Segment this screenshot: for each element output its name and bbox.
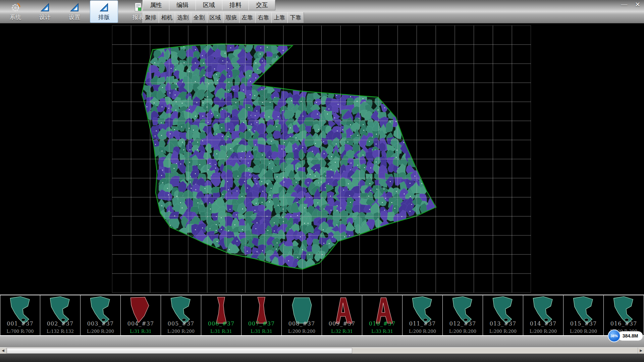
mode-report-label: 报表 xyxy=(132,13,144,21)
thumbnail-001_#37[interactable]: 001_#37 L:700 R:700 xyxy=(0,295,40,335)
piece-id-label: 013_#37 xyxy=(483,320,523,327)
thumbnail-010_#37[interactable]: 010_#37 L:33 R:31 xyxy=(362,295,402,335)
thumbnail-011_#37[interactable]: 011_#37 L:200 R:200 xyxy=(402,295,443,335)
tab-interaction[interactable]: 交互 xyxy=(249,0,275,10)
scroll-right-arrow[interactable]: ▶ xyxy=(638,348,644,354)
piece-id-label: 005_#37 xyxy=(161,320,201,327)
mode-layout-button[interactable]: 排版 xyxy=(90,0,118,23)
tab-region[interactable]: 区域 xyxy=(196,0,222,10)
set-square-icon xyxy=(39,2,51,13)
piece-lr-label: L:200 R:200 xyxy=(80,329,120,334)
piece-id-label: 016_#37 xyxy=(604,320,644,327)
memory-usage-badge: 384.8M xyxy=(618,331,643,341)
piece-id-label: 009_#37 xyxy=(322,320,362,327)
tool-buttons: 聚排 相机 选割 全割 区域 瑕疵 左靠 右靠 上靠 下靠 xyxy=(143,12,304,23)
close-button[interactable]: ✕ xyxy=(634,1,641,8)
piece-lr-label: L:200 R:200 xyxy=(282,329,322,334)
horizontal-scrollbar[interactable]: ◀ ▶ xyxy=(0,347,644,354)
piece-lr-label: L:132 R:132 xyxy=(40,329,80,334)
piece-id-label: 008_#37 xyxy=(282,320,322,327)
piece-id-label: 014_#37 xyxy=(523,320,563,327)
thumbnail-007_#37[interactable]: 007_#37 L:31 R:31 xyxy=(241,295,282,335)
tool-region[interactable]: 区域 xyxy=(207,12,223,23)
thumbnail-002_#37[interactable]: 002_#37 L:132 R:132 xyxy=(40,295,80,335)
piece-lr-label: L:200 R:200 xyxy=(161,329,201,334)
bottom-gray-band xyxy=(0,336,644,347)
tab-nesting[interactable]: 排料 xyxy=(222,0,249,10)
thumbnail-strip: 001_#37 L:700 R:700 002_#37 L:132 R:132 … xyxy=(0,295,644,336)
minimize-button[interactable]: — xyxy=(621,1,628,8)
thumbnail-003_#37[interactable]: 003_#37 L:200 R:200 xyxy=(80,295,121,335)
tab-properties[interactable]: 属性 xyxy=(143,0,169,10)
window-controls: — ✕ xyxy=(621,1,641,8)
menu-tabs: 属性 编辑 区域 排料 交互 xyxy=(143,0,275,10)
tab-edit[interactable]: 编辑 xyxy=(169,0,196,10)
piece-id-label: 012_#37 xyxy=(443,320,483,327)
piece-lr-label: L:33 R:31 xyxy=(362,329,402,334)
toolbar: 系统 设计 设置 xyxy=(0,0,644,23)
piece-id-label: 015_#37 xyxy=(564,320,603,327)
tool-camera[interactable]: 相机 xyxy=(159,12,175,23)
piece-lr-label: L:200 R:200 xyxy=(483,329,523,334)
tool-defect[interactable]: 瑕疵 xyxy=(223,12,239,23)
thumbnail-014_#37[interactable]: 014_#37 L:200 R:200 xyxy=(523,295,564,335)
app-mode-buttons: 系统 设计 设置 xyxy=(1,0,152,23)
mode-design-label: 设计 xyxy=(39,13,51,21)
thumbnail-005_#37[interactable]: 005_#37 L:200 R:200 xyxy=(161,295,201,335)
mode-design-button[interactable]: 设计 xyxy=(31,0,59,23)
piece-lr-label: L:200 R:200 xyxy=(523,329,563,334)
tool-align-right[interactable]: 右靠 xyxy=(255,12,272,23)
piece-id-label: 004_#37 xyxy=(121,320,161,327)
thumbnail-016_#37[interactable]: 016_#37 L:200 R:200 xyxy=(604,295,644,335)
tool-select-cut[interactable]: 选割 xyxy=(175,12,191,23)
gear-icon xyxy=(10,2,21,13)
piece-lr-label: L:31 R:31 xyxy=(201,329,241,334)
piece-lr-label: L:31 R:31 xyxy=(121,329,161,334)
mode-layout-label: 排版 xyxy=(98,13,110,21)
piece-id-label: 003_#37 xyxy=(80,320,120,327)
piece-lr-label: L:200 R:200 xyxy=(402,329,442,334)
report-document-icon xyxy=(132,2,144,13)
thumbnail-015_#37[interactable]: 015_#37 L:200 R:200 xyxy=(564,295,604,335)
mode-settings-label: 设置 xyxy=(69,13,80,21)
set-square-icon xyxy=(69,2,80,13)
scroll-left-arrow[interactable]: ◀ xyxy=(0,348,6,354)
tool-align-bottom[interactable]: 下靠 xyxy=(287,12,304,23)
tool-cut-all[interactable]: 全割 xyxy=(191,12,207,23)
thumbnail-006_#37[interactable]: 006_#37 L:31 R:31 xyxy=(201,295,241,335)
thumbnail-012_#37[interactable]: 012_#37 L:200 R:200 xyxy=(443,295,483,335)
piece-id-label: 002_#37 xyxy=(40,320,80,327)
piece-id-label: 006_#37 xyxy=(201,320,241,327)
progress-badge: 38% xyxy=(608,329,621,342)
tool-cluster-nest[interactable]: 聚排 xyxy=(143,12,159,23)
tool-align-left[interactable]: 左靠 xyxy=(239,12,256,23)
piece-lr-label: L:200 R:200 xyxy=(564,329,603,334)
mode-system-button[interactable]: 系统 xyxy=(1,0,30,23)
piece-id-label: 007_#37 xyxy=(241,320,281,327)
thumbnail-008_#37[interactable]: 008_#37 L:200 R:200 xyxy=(282,295,322,335)
piece-lr-label: L:200 R:200 xyxy=(443,329,483,334)
thumbnail-004_#37[interactable]: 004_#37 L:31 R:31 xyxy=(121,295,161,335)
mode-settings-button[interactable]: 设置 xyxy=(60,0,89,23)
tool-align-top[interactable]: 上靠 xyxy=(271,12,288,23)
piece-lr-label: L:31 R:31 xyxy=(241,329,281,334)
piece-id-label: 001_#37 xyxy=(0,320,40,327)
scrollbar-thumb[interactable] xyxy=(7,348,352,354)
thumbnail-013_#37[interactable]: 013_#37 L:200 R:200 xyxy=(483,295,523,335)
nesting-canvas[interactable] xyxy=(112,25,531,293)
piece-lr-label: L:700 R:700 xyxy=(0,329,40,334)
mode-system-label: 系统 xyxy=(10,13,21,21)
set-square-icon xyxy=(98,2,110,13)
piece-lr-label: L:32 R:31 xyxy=(322,329,362,334)
thumbnail-009_#37[interactable]: 009_#37 L:32 R:31 xyxy=(322,295,362,335)
piece-id-label: 011_#37 xyxy=(402,320,442,327)
nesting-workspace xyxy=(0,23,644,295)
nesting-app-window: 系统 设计 设置 xyxy=(0,0,644,362)
window-bottom-edge xyxy=(0,354,644,362)
piece-id-label: 010_#37 xyxy=(362,320,402,327)
